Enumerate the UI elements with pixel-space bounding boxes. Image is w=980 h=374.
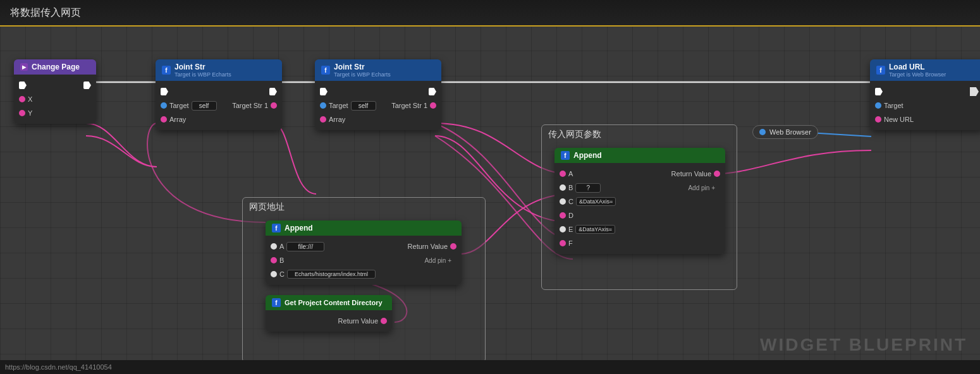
- f-pin-p: [560, 240, 566, 246]
- get-proj-header: f Get Project Content Directory: [266, 295, 392, 310]
- exec-in-lu: [875, 88, 883, 95]
- new-url-pin-lu: [875, 116, 881, 123]
- exec-in-pin: [19, 81, 27, 89]
- joint-str-1-header: f Joint Str Target is WBP Echarts: [156, 59, 282, 81]
- b-pin-p: [560, 184, 566, 191]
- joint-str-2-body: Target self Target Str 1 Array: [315, 81, 441, 130]
- d-pin-p: [560, 212, 566, 219]
- url-bar: https://blog.csdn.net/qq_41410054: [0, 360, 980, 374]
- exec-out-pin: [83, 81, 91, 89]
- array-in-pin-2: [320, 116, 326, 123]
- change-page-header: ▶ Change Page: [14, 59, 96, 75]
- get-proj-return-pin: [381, 318, 387, 324]
- exec-in-2: [320, 88, 328, 95]
- b-pin: [271, 257, 277, 263]
- func-icon-2: f: [321, 66, 330, 75]
- append-params-body: A Return Value B ? Add pin + C &DataXAxi…: [554, 163, 725, 254]
- y-pin: [19, 110, 25, 116]
- append-addr-body: A file:/// Return Value B Add pin + C Ec…: [266, 236, 462, 285]
- change-page-body: X Y: [14, 75, 96, 124]
- change-page-x-row: X: [14, 92, 96, 106]
- a-pin-p: [560, 171, 566, 177]
- exec-out: [269, 88, 277, 95]
- append-addr-node: f Append A file:/// Return Value B Add p…: [266, 220, 462, 285]
- comment-webpage-addr: 网页地址 f Append A file:/// Return Value B: [242, 197, 486, 363]
- load-url-node: f Load URL Target is Web Browser Target …: [870, 59, 980, 130]
- joint-str-2-header: f Joint Str Target is WBP Echarts: [315, 59, 441, 81]
- comment-params: 传入网页参数 f Append A Return Value B ?: [541, 124, 737, 290]
- return-pin: [450, 243, 456, 250]
- title-bar: 将数据传入网页: [0, 0, 980, 27]
- target-str-out-pin-2: [430, 102, 436, 109]
- x-pin: [19, 96, 25, 102]
- watermark: WIDGET BLUEPRINT: [760, 335, 967, 355]
- func-icon-append-addr: f: [272, 224, 281, 232]
- target-pin-lu: [875, 102, 881, 109]
- array-in-pin: [161, 116, 167, 123]
- target-str-out-pin: [271, 102, 277, 109]
- a-pin: [271, 243, 277, 250]
- joint-str-2-node: f Joint Str Target is WBP Echarts Target…: [315, 59, 441, 130]
- func-icon-1: f: [162, 66, 171, 75]
- get-proj-body: Return Value: [266, 310, 392, 332]
- append-params-header: f Append: [554, 148, 725, 163]
- joint-str-1-exec-row: [156, 85, 282, 99]
- page-title: 将数据传入网页: [10, 6, 81, 20]
- e-pin-p: [560, 226, 566, 232]
- exec-out-lu: [970, 87, 979, 96]
- target-in-pin: [161, 102, 167, 109]
- exec-out-2: [429, 88, 436, 95]
- url-text: https://blog.csdn.net/qq_41410054: [5, 363, 112, 371]
- change-page-y-row: Y: [14, 106, 96, 120]
- exec-in: [161, 88, 168, 95]
- func-icon-get-proj: f: [272, 298, 281, 307]
- joint-str-1-node: f Joint Str Target is WBP Echarts Target…: [156, 59, 282, 130]
- c-pin-p: [560, 198, 566, 205]
- return-pin-p: [714, 171, 720, 177]
- func-icon-load-url: f: [876, 66, 885, 75]
- connections-layer: [0, 27, 980, 374]
- joint-str-1-body: Target self Target Str 1 Array: [156, 81, 282, 130]
- append-params-node: f Append A Return Value B ? Add pin +: [554, 148, 725, 254]
- change-page-node: ▶ Change Page X Y: [14, 59, 96, 124]
- web-browser-pill[interactable]: Web Browser: [752, 125, 818, 139]
- blueprint-canvas: ▶ Change Page X Y f: [0, 27, 980, 374]
- web-browser-pin: [759, 129, 766, 135]
- c-pin: [271, 271, 277, 277]
- load-url-body: Target New URL: [870, 81, 980, 130]
- target-in-pin-2: [320, 102, 326, 109]
- change-page-exec-row: [14, 78, 96, 92]
- get-proj-node: f Get Project Content Directory Return V…: [266, 295, 392, 332]
- load-url-header: f Load URL Target is Web Browser: [870, 59, 980, 81]
- func-icon-append-params: f: [561, 151, 570, 160]
- append-addr-header: f Append: [266, 220, 462, 236]
